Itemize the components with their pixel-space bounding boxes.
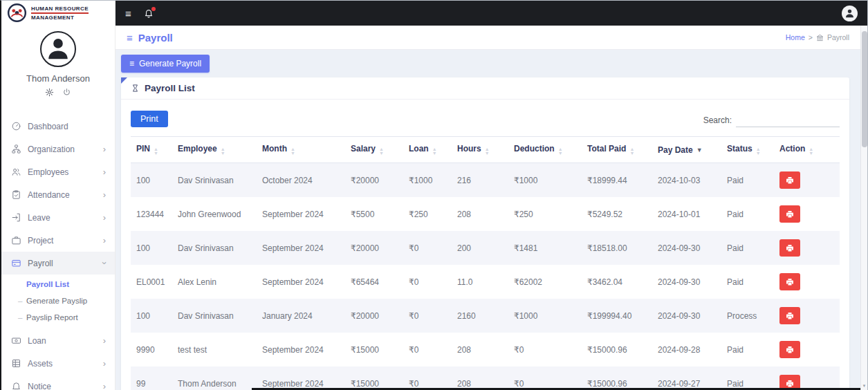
column-header-salary[interactable]: Salary▲▼ bbox=[345, 137, 403, 163]
column-header-loan[interactable]: Loan▲▼ bbox=[403, 137, 452, 163]
breadcrumb-home-link[interactable]: Home bbox=[786, 33, 805, 41]
cell-month: September 2024 bbox=[257, 265, 345, 299]
menu-label: Assets bbox=[28, 359, 53, 369]
vertical-scrollbar[interactable]: ▼ bbox=[860, 26, 867, 390]
sort-icon: ▲▼ bbox=[290, 147, 295, 156]
cell-salary: ₹15000 bbox=[345, 366, 403, 390]
column-header-pin[interactable]: PIN▲▼ bbox=[131, 137, 172, 163]
column-header-month[interactable]: Month▲▼ bbox=[257, 137, 345, 163]
brand[interactable]: HUMAN RESOURCE MANAGEMENT bbox=[1, 1, 115, 25]
sidebar-toggle-icon[interactable]: ≡ bbox=[125, 8, 131, 19]
brand-title-line1: HUMAN RESOURCE bbox=[31, 6, 89, 14]
sidebar-subitem-payroll-list[interactable]: Payroll List bbox=[1, 276, 115, 292]
notification-dot bbox=[151, 7, 156, 11]
table-row: 100Dav SrinivasanJanuary 2024₹20000₹0216… bbox=[131, 299, 840, 333]
sidebar-item-dashboard[interactable]: Dashboard bbox=[1, 115, 115, 138]
cell-total_paid: ₹15000.96 bbox=[582, 333, 652, 366]
generate-payroll-button[interactable]: ≡ Generate Payroll bbox=[121, 55, 210, 73]
sort-icon: ▲▼ bbox=[809, 147, 813, 156]
cell-employee: Dav Srinivasan bbox=[172, 231, 257, 265]
row-print-button[interactable] bbox=[779, 239, 800, 257]
column-header-employee[interactable]: Employee▲▼ bbox=[172, 137, 257, 163]
sort-icon: ▲▼ bbox=[379, 147, 384, 156]
sidebar-item-loan[interactable]: Loan › bbox=[1, 329, 115, 352]
cell-action bbox=[774, 197, 840, 231]
chevron-right-icon: › bbox=[103, 190, 106, 199]
main-area: ≡ ≡ Payroll Home > Payroll bbox=[116, 1, 867, 390]
sidebar-item-project[interactable]: Project › bbox=[1, 229, 115, 252]
sidebar-item-leave[interactable]: Leave › bbox=[1, 206, 115, 229]
menu-label: Project bbox=[28, 236, 53, 245]
scrollbar-thumb[interactable] bbox=[862, 31, 867, 147]
column-header-action[interactable]: Action▲▼ bbox=[774, 137, 840, 163]
cell-salary: ₹65464 bbox=[345, 265, 403, 299]
sort-icon: ▲▼ bbox=[629, 147, 634, 156]
page-title-icon: ≡ bbox=[127, 32, 133, 43]
sidebar-item-assets[interactable]: Assets › bbox=[1, 352, 115, 375]
chevron-right-icon: › bbox=[103, 213, 106, 222]
sidebar-menu: Dashboard Organization › Employees › bbox=[1, 115, 115, 390]
user-menu-avatar[interactable] bbox=[842, 6, 858, 21]
column-header-total_paid[interactable]: Total Paid▲▼ bbox=[582, 137, 652, 163]
app-window: HUMAN RESOURCE MANAGEMENT Thom Anderson bbox=[0, 0, 868, 390]
logout-power-icon[interactable] bbox=[62, 88, 71, 97]
cell-salary: ₹20000 bbox=[345, 163, 403, 198]
sort-icon: ▲▼ bbox=[154, 147, 158, 156]
table-row: 9990test testSeptember 2024₹15000₹0208₹0… bbox=[131, 333, 840, 366]
cell-pin: 9990 bbox=[131, 333, 172, 366]
sidebar-item-employees[interactable]: Employees › bbox=[1, 160, 115, 183]
cell-deduction: ₹0 bbox=[508, 366, 582, 390]
cell-hours: 208 bbox=[452, 366, 508, 390]
search-input[interactable] bbox=[736, 113, 840, 127]
sidebar-subitem-payslip-report[interactable]: Payslip Report bbox=[1, 309, 115, 326]
table-row: 100Dav SrinivasanOctober 2024₹20000₹1000… bbox=[131, 163, 840, 198]
settings-gear-icon[interactable] bbox=[45, 88, 54, 97]
printer-icon bbox=[786, 312, 794, 320]
row-print-button[interactable] bbox=[779, 205, 800, 223]
sidebar-item-payroll[interactable]: Payroll › bbox=[1, 252, 115, 275]
column-label: Salary bbox=[351, 144, 376, 154]
sort-icon: ▲▼ bbox=[221, 147, 225, 156]
profile-section: Thom Anderson bbox=[1, 25, 115, 97]
row-print-button[interactable] bbox=[779, 273, 800, 290]
table-row: EL0001Alex LeninSeptember 2024₹65464₹011… bbox=[131, 265, 840, 299]
cell-status: Process bbox=[721, 299, 774, 333]
sort-icon: ▲▼ bbox=[432, 147, 437, 156]
column-header-hours[interactable]: Hours▲▼ bbox=[452, 137, 508, 163]
row-print-button[interactable] bbox=[779, 171, 800, 189]
dashboard-icon bbox=[10, 121, 21, 131]
column-header-pay_date[interactable]: Pay Date▼ bbox=[652, 137, 721, 163]
cell-status: Paid bbox=[721, 231, 774, 265]
column-label: Loan bbox=[409, 144, 429, 154]
cell-employee: John Greenwood bbox=[172, 197, 257, 231]
sidebar-item-notice[interactable]: Notice › bbox=[1, 375, 115, 390]
cell-pay_date: 2024-09-30 bbox=[652, 299, 721, 333]
sidebar-subitem-generate-payslip[interactable]: Generate Payslip bbox=[1, 292, 115, 309]
row-print-button[interactable] bbox=[779, 307, 800, 324]
content-area: ≡ Generate Payroll Payroll List Print Se… bbox=[116, 50, 867, 390]
employees-icon bbox=[10, 167, 21, 177]
cell-status: Paid bbox=[721, 265, 774, 299]
cell-month: October 2024 bbox=[257, 163, 345, 198]
scrollbar-down-arrow[interactable]: ▼ bbox=[861, 384, 867, 388]
cell-hours: 11.0 bbox=[452, 265, 508, 299]
cell-month: September 2024 bbox=[257, 231, 345, 265]
chevron-right-icon: › bbox=[103, 167, 106, 176]
printer-icon bbox=[786, 176, 794, 185]
notifications-bell-icon[interactable] bbox=[144, 8, 154, 18]
print-button[interactable]: Print bbox=[131, 111, 168, 127]
column-label: Month bbox=[262, 144, 287, 154]
sidebar-item-attendance[interactable]: Attendance › bbox=[1, 183, 115, 206]
cell-deduction: ₹62002 bbox=[508, 265, 582, 299]
cell-month: September 2024 bbox=[257, 197, 345, 231]
column-header-status[interactable]: Status▲▼ bbox=[721, 137, 774, 163]
cell-loan: ₹0 bbox=[403, 333, 452, 366]
sidebar-item-organization[interactable]: Organization › bbox=[1, 138, 115, 160]
top-navbar: ≡ bbox=[116, 1, 867, 26]
column-label: Employee bbox=[178, 144, 217, 154]
page-title-bar: ≡ Payroll Home > Payroll bbox=[116, 26, 867, 50]
column-header-deduction[interactable]: Deduction▲▼ bbox=[508, 137, 582, 163]
cell-employee: Dav Srinivasan bbox=[172, 163, 257, 198]
row-print-button[interactable] bbox=[779, 341, 800, 358]
profile-avatar[interactable] bbox=[40, 31, 76, 67]
